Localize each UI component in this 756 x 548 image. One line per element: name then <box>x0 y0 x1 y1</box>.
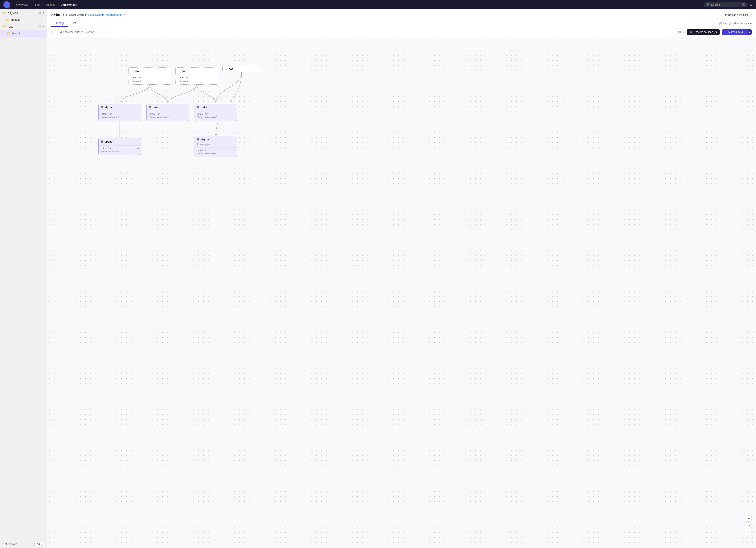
reload-definitions-button[interactable]: ↻ Reload definitions <box>722 12 752 18</box>
status-dash-beta: – <box>186 113 187 115</box>
status-dash-delta: – <box>234 113 235 115</box>
sigma-sub-icon: ⟳ <box>197 143 199 146</box>
status-label-sigma: Latest Run <box>197 149 208 151</box>
folder-icon: 📁 <box>6 18 10 21</box>
asset-group-icon: ⊞ <box>66 13 68 16</box>
observe-sources-button[interactable]: 👁 Observe sources (2) <box>687 29 720 35</box>
asset-node-epsilon[interactable]: ⊞ epsilon Latest Run – Never materialize… <box>98 138 141 155</box>
zoom-controls: + ○ – <box>746 515 752 535</box>
node-label-sigma: sigma <box>201 138 209 141</box>
repo-link[interactable]: repo@assets_reconciliation <box>88 13 123 16</box>
asset-node-foo[interactable]: ⊞ foo Latest Run – Observed <box>128 67 171 85</box>
tab-lineage[interactable]: Lineage <box>51 20 68 27</box>
toolbar-right: 0:18 ↻ 👁 Observe sources (2) ✦ Materiali… <box>677 29 752 35</box>
sidebar-label-repo: repo <box>8 25 38 28</box>
title-section: default ⊞ Asset Group in repo@assets_rec… <box>51 13 126 17</box>
materialized-delta: Never materialized <box>197 116 217 119</box>
content-area: default ⊞ Asset Group in repo@assets_rec… <box>47 9 756 548</box>
refresh-icon[interactable]: ↻ <box>682 31 685 34</box>
asset-node-baz[interactable]: ⊞ baz <box>222 65 261 72</box>
app-logo[interactable]: 🌀 <box>3 1 10 8</box>
status-dash-bar: – <box>214 76 216 79</box>
node-label-alpha: alpha <box>105 106 112 109</box>
sidebar-item-alt-repo[interactable]: 📁 alt_repo 1 ▾ <box>0 9 47 16</box>
observed-bar: Observed <box>178 80 188 82</box>
chevron-down-icon: ▾ <box>43 11 44 14</box>
search-placeholder: Search... <box>711 3 722 6</box>
zoom-reset-button[interactable]: ○ <box>746 522 752 528</box>
node-label-foo: foo <box>134 70 139 73</box>
tabs: Lineage List <box>51 20 79 27</box>
search-wrapper: ✳ <box>51 29 111 35</box>
nav-deployment[interactable]: Deployment <box>58 2 79 8</box>
subtitle: ⊞ Asset Group in repo@assets_reconciliat… <box>66 13 126 16</box>
asset-node-alpha[interactable]: ⊞ alpha Latest Run – Never materialized <box>98 104 141 121</box>
status-label-delta: Latest Run <box>197 113 208 115</box>
sidebar-label-default: default <box>11 18 44 21</box>
table-icon: ⊞ <box>197 106 199 109</box>
timer-display: 0:18 ↻ <box>677 31 685 34</box>
view-global-lineage-link[interactable]: 🔗 View global asset lineage <box>719 22 752 25</box>
materialize-btn-group: ✦ Materialize all ▾ <box>722 29 752 35</box>
nav-runs[interactable]: Runs <box>31 2 43 8</box>
global-search[interactable]: 🔍 Search... / <box>704 2 747 7</box>
table-icon: ⊞ <box>131 69 133 73</box>
status-label-bar: Latest Run <box>178 76 189 79</box>
node-label-delta: delta <box>201 106 207 109</box>
status-dash-sigma: – <box>234 149 235 151</box>
asset-lineage-canvas: ⊞ foo Latest Run – Observed ⊞ <box>47 37 756 548</box>
page-title: default ⊞ Asset Group in repo@assets_rec… <box>51 13 126 17</box>
folder-icon: 📁 <box>3 11 6 15</box>
status-label-beta: Latest Run <box>149 113 160 115</box>
main-layout: 📁 alt_repo 1 ▾ 📁 default 📁 repo 1 ▾ 📁 de… <box>0 9 756 548</box>
search-icon: 🔍 <box>706 3 710 6</box>
nav-overview[interactable]: Overview <box>14 2 30 8</box>
materialize-dropdown-button[interactable]: ▾ <box>747 29 752 35</box>
star-icon: ✦ <box>725 31 727 34</box>
zoom-in-button[interactable]: + <box>746 515 752 521</box>
navbar: 🌀 Overview Runs Assets Deployment 🔍 Sear… <box>0 0 756 9</box>
nav-assets[interactable]: Assets <box>44 2 57 8</box>
content-header: default ⊞ Asset Group in repo@assets_rec… <box>47 9 756 27</box>
asset-node-delta[interactable]: ⊞ delta Latest Run – Never materialized <box>195 104 237 121</box>
asset-node-beta[interactable]: ⊞ beta Latest Run – Never materialized <box>146 104 189 121</box>
sidebar-footer: 2 of 2 shown Filter <box>0 540 47 548</box>
folder-icon: 📁 <box>7 32 10 35</box>
sidebar-item-repo[interactable]: 📁 repo 1 ▾ <box>0 23 47 30</box>
external-link-icon[interactable]: ↗ <box>123 13 126 16</box>
tab-list[interactable]: List <box>68 20 79 27</box>
node-label-bar: bar <box>182 70 186 73</box>
sidebar-item-default[interactable]: 📁 default <box>0 16 47 23</box>
sidebar-badge-alt-repo: 1 <box>38 11 42 14</box>
materialize-all-button[interactable]: ✦ Materialize all <box>722 29 747 35</box>
chevron-down-icon: ▾ <box>43 25 44 28</box>
toolbar: ✳ 0:18 ↻ 👁 Observe sources (2) ✦ Materia… <box>47 27 756 37</box>
asset-node-sigma[interactable]: ⊞ sigma ⟳ sigma_tau Latest Run – Never m… <box>195 136 237 157</box>
asset-node-bar[interactable]: ⊞ bar Latest Run – Observed <box>175 67 218 85</box>
folder-icon: 📁 <box>3 25 6 28</box>
sigma-sub: ⟳ sigma_tau <box>195 142 237 146</box>
status-dash-foo: – <box>167 76 169 79</box>
status-label-foo: Latest Run <box>131 76 142 79</box>
search-shortcut: / <box>742 3 745 6</box>
link-icon: 🔗 <box>719 22 722 25</box>
filter-button[interactable]: Filter <box>34 542 44 546</box>
sidebar-label-alt-repo: alt_repo <box>8 11 38 15</box>
table-icon: ⊞ <box>225 67 227 71</box>
materialized-beta: Never materialized <box>149 116 168 119</box>
settings-icon[interactable]: ⚙ <box>750 3 753 7</box>
status-label-epsilon: Latest Run <box>101 147 112 149</box>
sidebar-item-default-active[interactable]: 📁 default <box>0 30 47 37</box>
asset-subset-search[interactable] <box>51 29 111 35</box>
timer-value: 0:18 <box>677 31 682 34</box>
node-label-epsilon: epsilon <box>105 140 114 143</box>
status-dash-epsilon: – <box>137 147 139 149</box>
table-icon: ⊞ <box>149 106 151 109</box>
node-label-baz: baz <box>229 67 233 71</box>
sidebar-label-default-active: default <box>12 32 44 35</box>
materialized-epsilon: Never materialized <box>101 150 120 153</box>
materialized-sigma: Never materialized <box>197 152 217 155</box>
zoom-out-button[interactable]: – <box>746 529 752 535</box>
sigma-sub-label: sigma_tau <box>200 143 211 146</box>
node-label-beta: beta <box>153 106 158 109</box>
